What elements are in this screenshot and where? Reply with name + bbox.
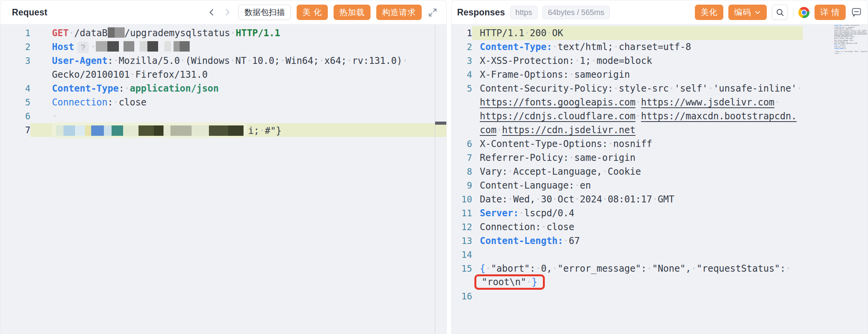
hot-reload-button[interactable]: 热加载 <box>334 5 371 20</box>
line-number: 1 <box>0 26 30 40</box>
search-button[interactable] <box>772 5 788 20</box>
line-number: 8 <box>452 165 472 179</box>
line-number: 7 <box>0 123 30 137</box>
response-editor[interactable]: 1HTTP/1.1·200·OK2Content-Type:·text/html… <box>452 25 868 334</box>
chevron-right-icon <box>223 8 232 17</box>
line-number: 4 <box>0 82 30 95</box>
code-line: Gecko/20100101·Firefox/131.0 <box>0 68 446 82</box>
code-line: 3X-XSS-Protection:·1;·mode=block <box>452 54 868 68</box>
line-number: 4 <box>452 68 472 82</box>
detail-button[interactable]: 详 情 <box>815 5 846 20</box>
line-number: 5 <box>0 95 30 109</box>
code-line: com·https://cdn.jsdelivr.net <box>452 123 868 137</box>
chevron-left-icon <box>207 8 216 17</box>
chrome-browser-icon[interactable] <box>798 7 810 18</box>
build-request-button[interactable]: 构造请求 <box>376 5 422 20</box>
overview-ruler-line <box>435 25 435 334</box>
line-number: 7 <box>452 151 472 165</box>
response-header: Responses https 64bytes / 565ms 美化 编码 详 … <box>452 0 868 25</box>
size-time-tag: 64bytes / 565ms <box>542 6 610 19</box>
fullscreen-icon[interactable] <box>427 7 438 18</box>
code-line: 7Referrer-Policy:·same-origin <box>452 151 868 165</box>
expand-arrows-icon <box>427 7 438 18</box>
prev-packet-button[interactable] <box>207 7 217 17</box>
request-panel: Request 数据包扫描 美 化 热加载 构造请求 1GET·/dataB/u… <box>0 0 447 334</box>
line-number: 6 <box>0 109 30 123</box>
code-line: 11Server:·lscpd/0.4 <box>452 206 868 220</box>
line-number: 16 <box>452 289 472 303</box>
line-number <box>452 276 472 289</box>
code-line <box>834 54 867 56</box>
code-line: https://cdnjs.cloudflare.com·https://max… <box>452 109 868 123</box>
responses-title: Responses <box>457 7 505 18</box>
code-line: 5Connection:·close <box>0 95 446 109</box>
line-number: 5 <box>452 82 472 95</box>
line-number: 2 <box>0 40 30 54</box>
request-title: Request <box>12 7 47 18</box>
line-number: 3 <box>452 54 472 68</box>
speech-bubble-icon <box>851 7 862 18</box>
code-line: 7i;·#"} <box>0 123 446 137</box>
request-header: Request 数据包扫描 美 化 热加载 构造请求 <box>0 0 446 25</box>
packet-scan-button[interactable]: 数据包扫描 <box>238 5 291 20</box>
code-line: 10Date:·Wed,·30·Oct·2024·08:01:17·GMT <box>452 192 868 206</box>
redacted-content <box>52 122 247 138</box>
minimap-content: HTTP/1.1·200·OKContent-Type:·text/html;·… <box>834 25 867 56</box>
code-line: 14 <box>452 248 868 262</box>
next-packet-button[interactable] <box>222 7 232 17</box>
protocol-tag: https <box>510 6 537 19</box>
code-line: 2Host?· <box>0 40 446 54</box>
code-line: 16 <box>452 289 868 303</box>
redacted-content <box>96 41 190 52</box>
response-code: 1HTTP/1.1·200·OK2Content-Type:·text/html… <box>452 26 868 303</box>
line-number: 9 <box>452 179 472 192</box>
code-line: "root\n"·} <box>452 276 868 289</box>
line-number: 11 <box>452 206 472 220</box>
line-number <box>452 123 472 137</box>
line-number: 13 <box>452 234 472 248</box>
line-number: 3 <box>0 54 30 68</box>
redacted-content <box>108 27 125 38</box>
line-number <box>452 95 472 109</box>
http-packet-viewer: Request 数据包扫描 美 化 热加载 构造请求 1GET·/dataB/u… <box>0 0 868 334</box>
code-line: 5Content-Security-Policy:·style-src·'sel… <box>452 82 868 95</box>
request-code: 1GET·/dataB/upgrademysqlstatus·HTTP/1.12… <box>0 26 446 137</box>
code-line: 6· <box>0 109 446 123</box>
line-number <box>452 109 472 123</box>
header-divider <box>793 7 793 17</box>
code-line: 13Content-Length:·67 <box>452 234 868 248</box>
chevron-down-icon <box>754 9 761 16</box>
minimap[interactable]: HTTP/1.1·200·OKContent-Type:·text/html;·… <box>834 25 867 65</box>
line-number: 1 <box>452 26 472 40</box>
line-number: 12 <box>452 220 472 234</box>
code-line: 6X-Content-Type-Options:·nosniff <box>452 137 868 151</box>
code-line: 9Content-Language:·en <box>452 179 868 192</box>
code-line: 2Content-Type:·text/html;·charset=utf-8 <box>452 40 868 54</box>
line-number: 6 <box>452 137 472 151</box>
search-icon <box>775 8 785 17</box>
code-line: 12Connection:·close <box>452 220 868 234</box>
code-line: 15{·"abort":·0,·"error_message":·"None",… <box>452 262 868 276</box>
code-line: 4Content-Type:·application/json <box>0 82 446 95</box>
beautify-response-button[interactable]: 美化 <box>695 5 723 20</box>
code-line: 1GET·/dataB/upgrademysqlstatus·HTTP/1.1 <box>0 26 446 40</box>
beautify-request-button[interactable]: 美 化 <box>297 5 328 20</box>
comment-bubble-icon[interactable] <box>851 7 862 18</box>
line-number <box>0 68 30 82</box>
red-annotation-box: "root\n"·} <box>474 274 545 290</box>
code-line: 1HTTP/1.1·200·OK <box>452 26 868 40</box>
overview-ruler-mark <box>435 122 446 125</box>
encode-label: 编码 <box>734 7 751 18</box>
request-editor[interactable]: 1GET·/dataB/upgrademysqlstatus·HTTP/1.12… <box>0 25 446 334</box>
line-number: 14 <box>452 248 472 262</box>
response-panel: Responses https 64bytes / 565ms 美化 编码 详 … <box>451 0 868 334</box>
host-hint-badge: ? <box>77 42 89 53</box>
line-number: 2 <box>452 40 472 54</box>
code-line: 3User-Agent:·Mozilla/5.0·(Windows·NT·10.… <box>0 54 446 68</box>
code-line: https://fonts.googleapis.com·https://www… <box>452 95 868 109</box>
code-line: 8Vary:·Accept-Language,·Cookie <box>452 165 868 179</box>
encode-dropdown-button[interactable]: 编码 <box>728 5 767 20</box>
line-number: 10 <box>452 192 472 206</box>
code-line: 4X-Frame-Options:·sameorigin <box>452 68 868 82</box>
line-number: 15 <box>452 262 472 276</box>
